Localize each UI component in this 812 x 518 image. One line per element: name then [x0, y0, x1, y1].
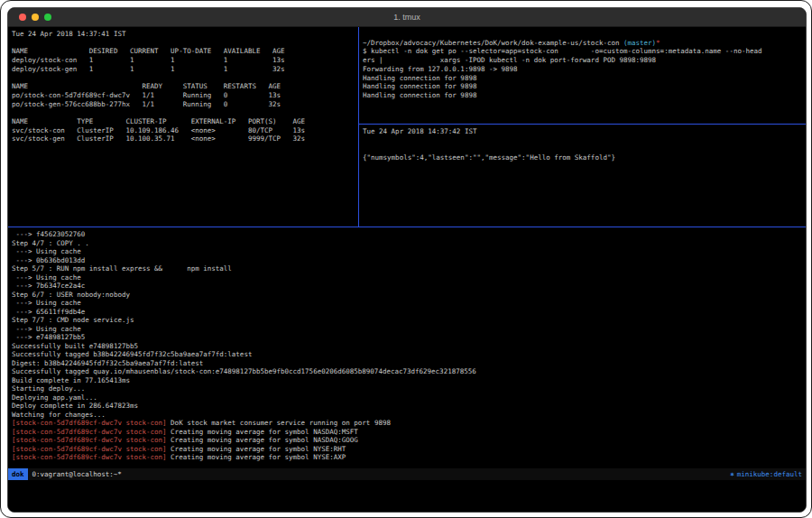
pod-log-lines: [stock-con-5d7df689cf-dwc7v stock-con] D… [12, 419, 807, 462]
pod-log-line: [stock-con-5d7df689cf-dwc7v stock-con] C… [12, 453, 807, 462]
tmux-terminal: Tue 24 Apr 2018 14:37:41 IST NAME DESIRE… [8, 27, 806, 512]
pod-log-prefix: [stock-con-5d7df689cf-dwc7v stock-con] [12, 445, 167, 453]
kube-context-label: minikube:default [737, 470, 802, 478]
window-title: 1. tmux [393, 13, 420, 22]
pane-skaffold-build[interactable]: ---> f45623052760 Step 4/7 : COPY . . --… [8, 227, 807, 471]
prompt-path-line: ~/Dropbox/advocacy/Kubernetes/DoK/work/d… [363, 39, 807, 48]
kubectl-output: Tue 24 Apr 2018 14:37:41 IST NAME DESIRE… [12, 30, 362, 143]
port-forward-output: $ kubectl -n dok get po --selector=app=s… [363, 47, 807, 99]
pod-log-prefix: [stock-con-5d7df689cf-dwc7v stock-con] [12, 428, 167, 436]
tmux-session-name[interactable]: dok [8, 468, 28, 480]
tmux-status-right: ⎈minikube:default [730, 468, 802, 480]
tmux-status-bar: dok 0:vagrant@localhost:~* ⎈minikube:def… [8, 468, 806, 480]
fullscreen-icon[interactable] [44, 14, 51, 21]
close-icon[interactable] [19, 14, 26, 21]
pane-divider-horizontal-main[interactable] [8, 227, 806, 227]
window-titlebar[interactable]: 1. tmux [8, 8, 806, 27]
pod-log-prefix: [stock-con-5d7df689cf-dwc7v stock-con] [12, 419, 167, 427]
pod-log-prefix: [stock-con-5d7df689cf-dwc7v stock-con] [12, 453, 167, 461]
git-branch: (master) [623, 39, 656, 47]
traffic-lights [19, 14, 51, 21]
pane-curl-output[interactable]: Tue 24 Apr 2018 14:37:42 IST {"numsymbol… [359, 125, 807, 229]
pod-log-line: [stock-con-5d7df689cf-dwc7v stock-con] D… [12, 419, 807, 428]
build-output: ---> f45623052760 Step 4/7 : COPY . . --… [12, 230, 807, 419]
git-dirty-flag: * [656, 39, 660, 47]
pod-log-line: [stock-con-5d7df689cf-dwc7v stock-con] C… [12, 445, 807, 454]
minimize-icon[interactable] [32, 14, 39, 21]
kubernetes-helm-icon: ⎈ [730, 470, 734, 478]
curl-output: Tue 24 Apr 2018 14:37:42 IST {"numsymbol… [363, 127, 807, 162]
working-directory: ~/Dropbox/advocacy/Kubernetes/DoK/work/d… [363, 39, 623, 47]
pod-log-line: [stock-con-5d7df689cf-dwc7v stock-con] C… [12, 436, 807, 445]
pod-log-prefix: [stock-con-5d7df689cf-dwc7v stock-con] [12, 436, 167, 444]
pane-divider-vertical[interactable] [358, 27, 359, 227]
terminal-window: 1. tmux Tue 24 Apr 2018 14:37:41 IST NAM… [7, 7, 807, 513]
pane-divider-horizontal-right[interactable] [359, 124, 806, 125]
pane-port-forward[interactable]: ~/Dropbox/advocacy/Kubernetes/DoK/work/d… [359, 27, 807, 126]
pod-log-line: [stock-con-5d7df689cf-dwc7v stock-con] C… [12, 428, 807, 437]
blank-line [363, 30, 807, 39]
tmux-window-item[interactable]: 0:vagrant@localhost:~* [32, 468, 122, 480]
pane-kubectl-watch[interactable]: Tue 24 Apr 2018 14:37:41 IST NAME DESIRE… [8, 27, 362, 229]
